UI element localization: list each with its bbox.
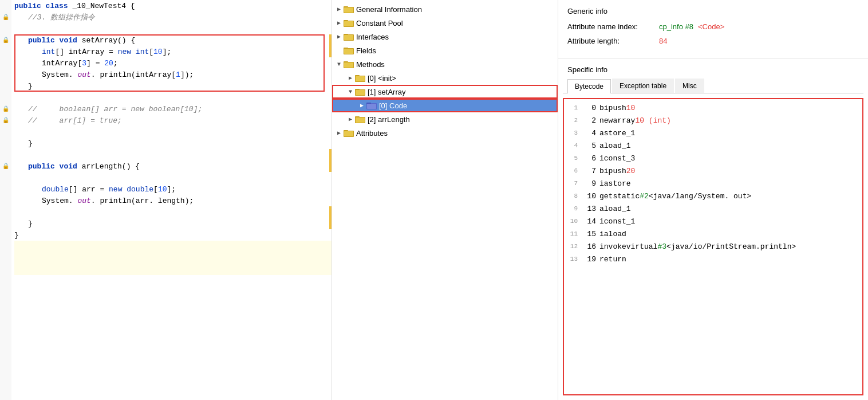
folder-icon-code [366, 101, 377, 109]
arrow-methods[interactable] [334, 60, 344, 69]
arrow-setarray[interactable] [346, 87, 355, 96]
attr-length-label: Attribute length: [567, 37, 659, 45]
bc-instr-4: aload_1 [599, 142, 631, 150]
tree-item-setarray[interactable]: [1] setArray [332, 85, 558, 99]
tree-container[interactable]: General Information Constant Pool Interf… [332, 0, 558, 400]
bc-offset-13: 19 [580, 255, 596, 264]
bc-instr-2: newarray [599, 116, 635, 125]
tree-item-attributes[interactable]: Attributes [332, 126, 558, 140]
tab-misc[interactable]: Misc [675, 79, 704, 93]
bc-line-1: 1 0 bipush 10 [566, 101, 860, 114]
bc-instr-3: astore_1 [599, 129, 635, 138]
bc-offset-4: 5 [580, 142, 596, 150]
editor-gutter: 🔒 🔒 🔒 🔒 🔒 [0, 0, 11, 400]
bc-line-3: 3 4 astore_1 [566, 127, 860, 139]
field-out-2: out [73, 197, 91, 205]
tree-item-init[interactable]: [0] <init> [332, 71, 558, 85]
comment-3: // arr[1] = true; [28, 116, 122, 125]
arrow-interfaces[interactable] [334, 32, 344, 41]
plain-12: ]; [167, 185, 176, 194]
svg-rect-8 [344, 35, 353, 40]
info-top-section: Generic info Attribute name index: cp_in… [558, 0, 868, 58]
plain-6: ; [113, 59, 118, 68]
gutter-row-11: 🔒 [2, 115, 9, 126]
folder-icon-interfaces [344, 33, 354, 41]
folder-icon-init [355, 74, 365, 82]
class-file-tree: General Information Constant Pool Interf… [332, 0, 558, 400]
bc-offset-12: 16 [580, 242, 596, 251]
bc-offset-6: 7 [580, 167, 596, 175]
folder-icon-attributes [344, 129, 354, 137]
svg-rect-5 [344, 21, 353, 26]
kw-public-3: public [28, 162, 60, 171]
bc-offset-11: 15 [580, 230, 596, 238]
bc-offset-9: 13 [580, 205, 596, 213]
class-name: _10_NewTest4 { [72, 2, 135, 10]
tab-exception-table[interactable]: Exception table [612, 79, 674, 93]
arrow-fields [334, 46, 344, 55]
bc-instr-1: bipush [599, 104, 626, 112]
brace-3: } [28, 219, 33, 228]
arrow-constant-pool[interactable] [334, 18, 344, 28]
bc-offset-2: 2 [580, 116, 596, 125]
plain-10: [] arr = [69, 185, 109, 194]
bytecode-content: 1 0 bipush 10 2 2 newarray 10 (int) 3 4 … [563, 98, 863, 395]
arrow-code[interactable] [357, 101, 366, 110]
label-arrlength: [2] arrLength [368, 115, 410, 124]
label-constant-pool: Constant Pool [356, 19, 403, 28]
label-interfaces: Interfaces [356, 33, 389, 41]
code-line-14 [14, 149, 332, 160]
bc-instr-11: iaload [599, 230, 626, 238]
code-line-15: public void arrLength() { [14, 160, 332, 172]
kw-void-2: void [60, 162, 82, 171]
bc-instr-10: iconst_1 [599, 217, 635, 226]
bc-linenum-3: 3 [566, 130, 578, 136]
tree-item-code[interactable]: [0] Code [332, 99, 558, 112]
bc-linenum-6: 6 [566, 167, 578, 174]
arrow-general[interactable] [334, 5, 344, 14]
bc-line-6: 6 7 bipush 20 [566, 164, 860, 177]
plain-9: ]); [180, 70, 194, 79]
keyword-class: class [46, 2, 73, 10]
tree-item-arrlength[interactable]: [2] arrLength [332, 112, 558, 126]
folder-icon-fields [344, 46, 354, 54]
arrow-init[interactable] [346, 73, 355, 83]
bc-line-11: 11 15 iaload [566, 228, 860, 240]
tree-item-methods[interactable]: Methods [332, 57, 558, 71]
attr-name-label: Attribute name index: [567, 22, 659, 31]
bc-linenum-5: 5 [566, 155, 578, 162]
gutter-row-4: 🔒 [2, 34, 9, 46]
bc-tag-12: <java/io/PrintStream.println> [666, 242, 796, 251]
plain-1: [] intArray = [55, 48, 117, 56]
label-methods: Methods [356, 60, 385, 69]
tab-bytecode[interactable]: Bytecode [567, 79, 611, 93]
bc-offset-7: 9 [580, 179, 596, 188]
bc-line-10: 10 14 iconst_1 [566, 215, 860, 228]
code-line-11: // arr[1] = true; [14, 115, 332, 126]
tree-item-constant-pool[interactable]: Constant Pool [332, 16, 558, 30]
comment-2: // boolean[] arr = new boolean[10]; [28, 105, 202, 113]
gutter-row-15: 🔒 [2, 160, 9, 172]
bc-tag-8: <java/lang/System. out> [649, 192, 751, 201]
plain-2: [ [149, 48, 153, 56]
tree-item-interfaces[interactable]: Interfaces [332, 30, 558, 44]
code-line-7: System. out . println(intArray[ 1 ]); [14, 69, 332, 80]
yellow-bar-3 [329, 206, 332, 229]
folder-icon-setarray [355, 88, 365, 96]
code-line-6: intArray[ 3 ] = 20 ; [14, 57, 332, 69]
arrow-attributes[interactable] [334, 128, 344, 138]
type-int: int [42, 48, 55, 56]
generic-info-title: Generic info [567, 7, 859, 15]
label-attributes: Attributes [356, 129, 388, 138]
tree-item-general[interactable]: General Information [332, 2, 558, 16]
arrow-arrlength[interactable] [346, 115, 355, 124]
code-line-10: // boolean[] arr = new boolean[10]; [14, 103, 332, 115]
num-10-2: 10 [158, 185, 167, 194]
svg-rect-20 [356, 90, 365, 95]
code-line-19 [14, 206, 332, 218]
bc-arg-6: 20 [626, 167, 636, 175]
tree-item-fields[interactable]: Fields [332, 44, 558, 57]
bc-line-8: 8 10 getstatic #2 <java/lang/System. out… [566, 190, 860, 202]
kw-new-2: new [109, 185, 127, 194]
method-setArray: setArray() { [82, 36, 136, 45]
